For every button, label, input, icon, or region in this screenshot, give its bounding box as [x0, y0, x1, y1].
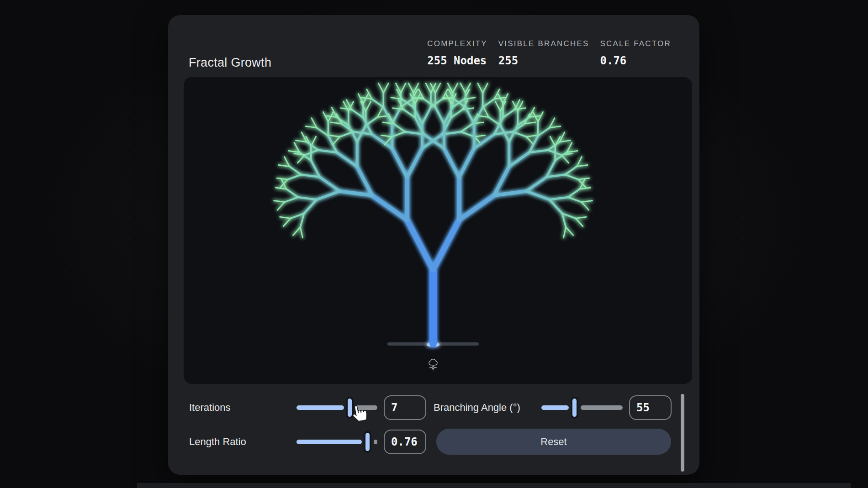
length-ratio-label: Length Ratio: [189, 436, 246, 448]
branching-angle-slider-thumb[interactable]: [571, 397, 578, 418]
length-ratio-slider[interactable]: [296, 431, 377, 452]
app-background: Fractal Growth COMPLEXITY 255 Nodes VISI…: [0, 0, 868, 488]
slider-track-unfilled: [374, 440, 377, 444]
iterations-label: Iterations: [189, 402, 231, 414]
hand-pointer-cursor: [351, 404, 367, 422]
branching-angle-label: Branching Angle (°): [434, 402, 520, 414]
fractal-tree-svg: [184, 77, 692, 384]
length-ratio-slider-thumb[interactable]: [364, 431, 371, 452]
stat-label: SCALE FACTOR: [600, 39, 671, 48]
tree-icon: [427, 357, 439, 373]
slider-track-filled: [296, 440, 362, 444]
stat-visible-branches: VISIBLE BRANCHES 255: [498, 39, 589, 67]
stat-scale-factor: SCALE FACTOR 0.76: [600, 39, 671, 67]
stat-value: 0.76: [600, 54, 671, 67]
fractal-growth-panel: Fractal Growth COMPLEXITY 255 Nodes VISI…: [168, 15, 699, 475]
slider-track-unfilled: [581, 405, 623, 410]
stats-bar: COMPLEXITY 255 Nodes VISIBLE BRANCHES 25…: [427, 39, 671, 67]
branching-angle-slider[interactable]: [541, 397, 623, 418]
branching-angle-value-input[interactable]: 55: [629, 395, 672, 420]
stat-label: VISIBLE BRANCHES: [498, 39, 589, 48]
stat-complexity: COMPLEXITY 255 Nodes: [427, 39, 487, 67]
reset-button[interactable]: Reset: [436, 429, 671, 455]
slider-track-filled: [296, 405, 344, 410]
fractal-tree-branches: [274, 83, 593, 347]
length-ratio-value-input[interactable]: 0.76: [384, 430, 426, 454]
slider-track-filled: [541, 405, 569, 410]
stat-label: COMPLEXITY: [427, 39, 487, 48]
stat-value: 255: [498, 54, 589, 67]
stat-value: 255 Nodes: [427, 54, 487, 67]
scrollbar-thumb[interactable]: [681, 394, 684, 472]
fractal-canvas: [184, 77, 692, 384]
bottom-edge-strip: [137, 483, 851, 488]
page-title: Fractal Growth: [189, 56, 271, 70]
iterations-value-input[interactable]: 7: [384, 395, 426, 420]
